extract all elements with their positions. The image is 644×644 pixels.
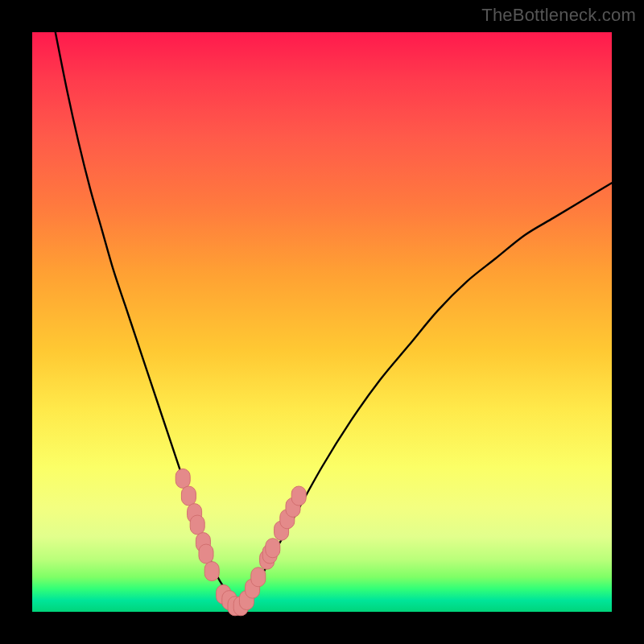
chart-svg [32, 32, 612, 612]
watermark-text: TheBottleneck.com [481, 5, 636, 26]
data-marker [175, 469, 190, 488]
data-marker [199, 544, 213, 564]
plot-area [32, 32, 612, 612]
chart-frame: TheBottleneck.com [0, 0, 644, 644]
data-marker [181, 486, 196, 506]
data-marker [266, 539, 280, 558]
data-marker [204, 562, 219, 581]
data-marker [291, 486, 306, 506]
marker-group [175, 469, 306, 615]
data-marker [190, 515, 204, 535]
data-marker [251, 568, 266, 587]
bottleneck-curve [56, 32, 612, 606]
